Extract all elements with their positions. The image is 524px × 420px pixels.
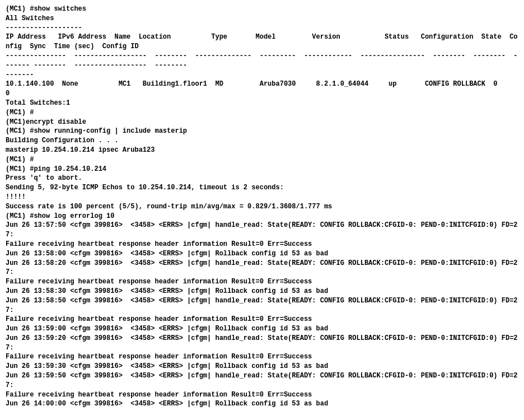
terminal-line-log14: Failure receiving heartbeat response hea… xyxy=(6,390,518,400)
terminal-line-press_q: Press 'q' to abort. xyxy=(6,174,518,183)
terminal-line-header1: IP Address IPv6 Address Name Location Ty… xyxy=(6,32,518,52)
terminal-line-log13: Jun 26 13:59:50 <cfgm 399816> <3458> <ER… xyxy=(6,371,518,390)
terminal-line-cmd1: (MC1) #show switches xyxy=(6,4,518,14)
terminal-line-building: Building Configuration . . . xyxy=(6,136,518,146)
terminal-line-log5: Failure receiving heartbeat response hea… xyxy=(6,277,518,287)
terminal-line-cmd7: (MC1) #show log errorlog 10 xyxy=(6,212,518,221)
terminal-line-log6: Jun 26 13:58:30 <cfgm 399816> <3458> <ER… xyxy=(6,287,518,296)
terminal-line-log10: Jun 26 13:59:20 <cfgm 399816> <3458> <ER… xyxy=(6,334,518,353)
terminal-line-log3: Jun 26 13:58:00 <cfgm 399816> <3458> <ER… xyxy=(6,249,518,259)
terminal-line-log8: Failure receiving heartbeat response hea… xyxy=(6,315,518,324)
terminal-line-exclaim: !!!!! xyxy=(6,193,518,202)
terminal-line-cmd5: (MC1) # xyxy=(6,155,518,165)
terminal-line-success: Success rate is 100 percent (5/5), round… xyxy=(6,202,518,212)
terminal-line-masterip: masterip 10.254.10.214 ipsec Aruba123 xyxy=(6,146,518,155)
terminal-line-sending: Sending 5, 92-byte ICMP Echos to 10.254.… xyxy=(6,183,518,193)
terminal-line-cmd3: (MC1)encrypt disable xyxy=(6,118,518,127)
terminal-line-log4: Jun 26 13:58:20 <cfgm 399816> <3458> <ER… xyxy=(6,259,518,278)
terminal-line-cmd2: (MC1) # xyxy=(6,108,518,118)
terminal-line-log12: Jun 26 13:59:30 <cfgm 399816> <3458> <ER… xyxy=(6,362,518,371)
terminal-line-data1: 10.1.140.100 None MC1 Building1.floor1 M… xyxy=(6,80,518,99)
terminal-line-log9: Jun 26 13:59:00 <cfgm 399816> <3458> <ER… xyxy=(6,324,518,334)
terminal-line-cmd4: (MC1) #show running-config | include mas… xyxy=(6,127,518,136)
terminal-line-log11: Failure receiving heartbeat response hea… xyxy=(6,352,518,362)
terminal-output: (MC1) #show switchesAll Switches--------… xyxy=(6,4,518,409)
terminal-line-log1: Jun 26 13:57:50 <cfgm 399816> <3458> <ER… xyxy=(6,221,518,240)
terminal-line-cmd6: (MC1) #ping 10.254.10.214 xyxy=(6,165,518,174)
terminal-line-log7: Jun 26 13:58:50 <cfgm 399816> <3458> <ER… xyxy=(6,296,518,315)
terminal-line-log15: Jun 26 14:00:00 <cfgm 399816> <3458> <ER… xyxy=(6,399,518,409)
terminal-line-div2: --------------- ------------------ -----… xyxy=(6,52,518,71)
terminal-line-total: Total Switches:1 xyxy=(6,99,518,108)
terminal-line-div1: ------------------- xyxy=(6,24,518,33)
terminal-line-log2: Failure receiving heartbeat response hea… xyxy=(6,240,518,249)
terminal-line-all_switches_label: All Switches xyxy=(6,14,518,24)
terminal-line-div3: ------- xyxy=(6,71,518,80)
